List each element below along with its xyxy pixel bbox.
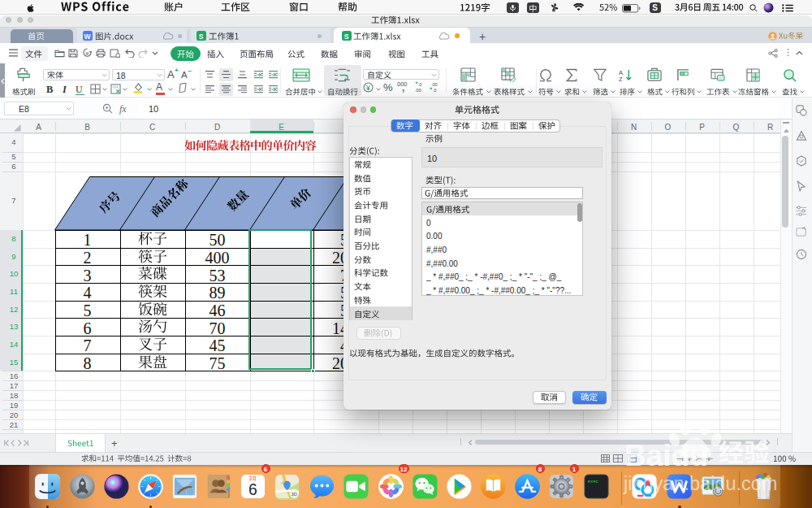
svg-text:6: 6 [248, 480, 257, 498]
svg-text:.00: .00 [415, 88, 421, 93]
svg-text:3D: 3D [292, 492, 297, 497]
svg-text:.00: .00 [431, 82, 438, 87]
svg-text:.0: .0 [433, 88, 437, 93]
svg-text:exec: exec [587, 480, 598, 484]
svg-text:Z: Z [619, 76, 623, 82]
svg-text:.0: .0 [418, 82, 422, 87]
